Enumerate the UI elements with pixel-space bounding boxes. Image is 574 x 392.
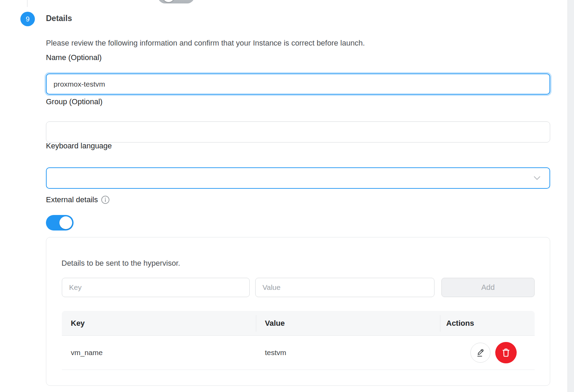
edit-row-button[interactable]: [470, 343, 490, 363]
name-label: Name (Optional): [46, 53, 102, 62]
step-number: 9: [26, 15, 29, 23]
hypervisor-details-table: Key Value Actions vm_name testvm: [62, 311, 535, 370]
toggle-knob: [59, 216, 72, 229]
details-step-page: 9 Details Please review the following in…: [0, 0, 574, 392]
value-input[interactable]: [255, 278, 434, 297]
group-input[interactable]: [46, 121, 550, 143]
key-input[interactable]: [62, 278, 250, 297]
column-divider: [256, 315, 256, 332]
column-divider: [440, 315, 440, 332]
vertical-scrollbar[interactable]: [567, 0, 574, 392]
table-header-actions: Actions: [440, 319, 535, 328]
trash-icon: [500, 347, 511, 358]
row-key-cell: vm_name: [62, 349, 256, 357]
table-row: vm_name testvm: [62, 336, 535, 370]
name-input[interactable]: [46, 74, 550, 95]
row-value-cell: testvm: [256, 349, 440, 357]
table-header-key: Key: [62, 319, 256, 328]
delete-row-button[interactable]: [495, 342, 517, 363]
info-icon[interactable]: [101, 195, 110, 204]
keyboard-language-label: Keyboard language: [46, 141, 112, 150]
step-description: Please review the following information …: [46, 39, 365, 48]
table-header-row: Key Value Actions: [62, 311, 535, 336]
step-number-badge: 9: [20, 12, 35, 26]
row-actions-cell: [440, 342, 535, 363]
toggle-knob: [163, 0, 174, 2]
table-header-value: Value: [256, 319, 440, 328]
add-button[interactable]: Add: [441, 278, 535, 297]
external-details-row: External details: [46, 195, 110, 204]
pencil-icon: [475, 347, 486, 358]
hypervisor-details-panel: Details to be sent to the hypervisor. Ad…: [46, 237, 550, 386]
previous-step-toggle-off[interactable]: [158, 0, 194, 3]
step-title: Details: [46, 14, 72, 23]
step-connector-line: [27, 0, 28, 7]
group-label: Group (Optional): [46, 97, 103, 106]
hypervisor-panel-description: Details to be sent to the hypervisor.: [61, 259, 180, 268]
external-details-label: External details: [46, 195, 98, 204]
external-details-toggle[interactable]: [46, 215, 74, 231]
keyboard-language-select[interactable]: [46, 167, 550, 189]
chevron-down-icon: [532, 173, 543, 184]
